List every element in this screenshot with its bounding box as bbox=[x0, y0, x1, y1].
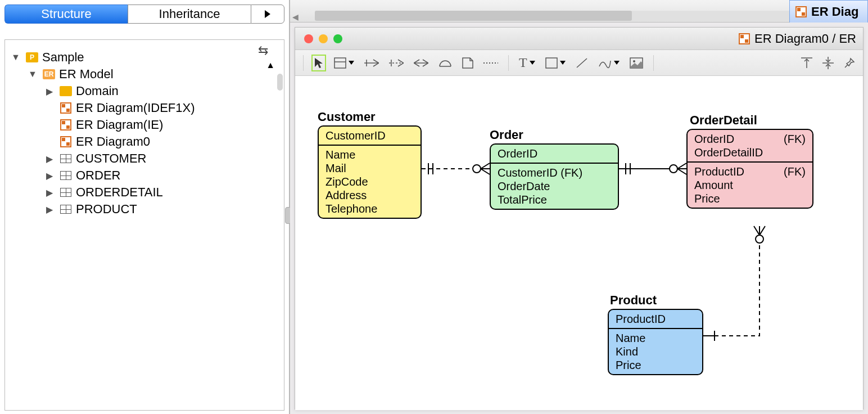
minimize-icon[interactable] bbox=[319, 34, 328, 43]
attr: Mail bbox=[326, 161, 346, 175]
tree-node-product[interactable]: ▶ PRODUCT bbox=[10, 201, 279, 218]
select-tool[interactable] bbox=[314, 57, 324, 69]
tree-view: ▼ P Sample ▼ ER ER Model ▶ Domain bbox=[5, 40, 284, 222]
caret-right-icon: ▶ bbox=[43, 154, 56, 164]
tree-label: ER Model bbox=[59, 67, 114, 82]
tree-label: ORDERDETAIL bbox=[76, 185, 163, 200]
note-tool[interactable] bbox=[462, 57, 473, 69]
pk: CustomerID bbox=[326, 129, 386, 142]
attr: Amount bbox=[694, 178, 733, 192]
svg-rect-0 bbox=[334, 58, 346, 68]
main-area: ◀ ▶ ER Diag ER Diagram0 / ER bbox=[290, 0, 868, 414]
fk-badge: (FK) bbox=[784, 165, 806, 178]
tree-node-diagram0[interactable]: ER Diagram0 bbox=[10, 133, 279, 150]
subtype-tool[interactable] bbox=[438, 58, 452, 68]
svg-point-27 bbox=[756, 235, 763, 243]
tree-node-ermodel[interactable]: ▼ ER ER Model bbox=[10, 66, 279, 83]
relation-customer-order[interactable] bbox=[422, 163, 490, 174]
sidebar: Structure Inheritance ⇆ ▲ ▼ P Sample ▼ E… bbox=[0, 0, 290, 414]
editor-tab-er-diagram[interactable]: ER Diag bbox=[789, 0, 868, 22]
attr: Kind bbox=[616, 345, 638, 358]
entity-title-orderdetail: OrderDetail bbox=[690, 113, 757, 128]
tab-structure[interactable]: Structure bbox=[4, 4, 128, 24]
tree-node-domain[interactable]: ▶ Domain bbox=[10, 83, 279, 100]
er-diagram-icon bbox=[795, 6, 807, 17]
entity-title-customer: Customer bbox=[318, 110, 376, 124]
tab-inheritance[interactable]: Inheritance bbox=[128, 4, 251, 24]
attr: ProductID bbox=[694, 165, 744, 178]
align-top-tool[interactable] bbox=[801, 57, 812, 69]
folder-icon bbox=[60, 86, 72, 96]
table-icon bbox=[60, 171, 71, 180]
diagram-toolbar: T bbox=[295, 50, 863, 76]
diagram-canvas[interactable]: Customer Order OrderDetail Product Custo… bbox=[295, 76, 863, 410]
relation-product-orderdetail[interactable] bbox=[703, 226, 771, 336]
tree-node-diagram-ie[interactable]: ER Diagram(IE) bbox=[10, 116, 279, 133]
non-identifying-relation-tool[interactable] bbox=[389, 58, 404, 68]
tree-label: ORDER bbox=[76, 168, 120, 183]
close-icon[interactable] bbox=[304, 34, 313, 43]
entity-order[interactable]: OrderID CustomerID (FK) OrderDate TotalP… bbox=[490, 143, 619, 210]
many-to-many-tool[interactable] bbox=[414, 58, 428, 68]
pin-tool[interactable] bbox=[844, 57, 855, 69]
text-tool[interactable]: T bbox=[519, 55, 535, 70]
caret-right-icon: ▶ bbox=[43, 204, 56, 215]
dropdown-icon bbox=[530, 61, 535, 65]
svg-point-25 bbox=[670, 165, 677, 173]
sidebar-scrollbar[interactable] bbox=[277, 74, 283, 91]
tree-label: CUSTOMER bbox=[76, 151, 147, 166]
line-tool[interactable] bbox=[576, 57, 588, 69]
identifying-relation-tool[interactable] bbox=[364, 58, 379, 68]
caret-down-icon: ▼ bbox=[10, 52, 22, 62]
image-tool[interactable] bbox=[630, 57, 643, 69]
pk: ProductID bbox=[616, 312, 666, 326]
window-title: ER Diagram0 / ER bbox=[739, 32, 856, 46]
entity-product[interactable]: ProductID Name Kind Price bbox=[608, 309, 703, 375]
er-model-icon: ER bbox=[43, 69, 55, 79]
pk: OrderID bbox=[694, 132, 734, 146]
attr: Address bbox=[326, 188, 367, 202]
rect-tool[interactable] bbox=[545, 57, 566, 69]
window-titlebar[interactable]: ER Diagram0 / ER bbox=[295, 28, 863, 50]
tree-node-diagram-idef1x[interactable]: ER Diagram(IDEF1X) bbox=[10, 100, 279, 116]
tree-label: Sample bbox=[42, 50, 84, 65]
sync-icon[interactable]: ⇆ bbox=[258, 43, 268, 58]
attr: ZipCode bbox=[326, 175, 368, 188]
pk: OrderID bbox=[498, 147, 537, 160]
dropdown-icon bbox=[349, 61, 354, 65]
tree-node-order[interactable]: ▶ ORDER bbox=[10, 167, 279, 184]
tree-label: ER Diagram(IE) bbox=[76, 118, 163, 132]
entity-orderdetail[interactable]: OrderID(FK) OrderDetailID ProductID(FK) … bbox=[686, 129, 813, 209]
collapse-icon[interactable]: ▲ bbox=[266, 60, 275, 70]
dropdown-icon bbox=[614, 61, 620, 65]
tree-label: ER Diagram(IDEF1X) bbox=[76, 101, 195, 115]
attr: TotalPrice bbox=[498, 193, 547, 206]
maximize-icon[interactable] bbox=[333, 34, 342, 43]
scroll-left-icon[interactable]: ◀ bbox=[290, 12, 300, 22]
er-diagram-icon bbox=[60, 119, 71, 130]
tab-scrollbar[interactable] bbox=[315, 11, 843, 21]
entity-customer[interactable]: CustomerID Name Mail ZipCode Address Tel… bbox=[318, 125, 422, 219]
freehand-tool[interactable] bbox=[598, 57, 620, 69]
line-dotted-tool[interactable] bbox=[483, 61, 498, 65]
attr: Price bbox=[694, 192, 720, 205]
dropdown-icon bbox=[560, 61, 566, 65]
entity-tool[interactable] bbox=[334, 57, 354, 69]
tree-node-orderdetail[interactable]: ▶ ORDERDETAIL bbox=[10, 184, 279, 201]
svg-line-10 bbox=[577, 58, 587, 68]
er-diagram-icon bbox=[60, 136, 71, 147]
relation-order-orderdetail[interactable] bbox=[619, 163, 686, 174]
table-icon bbox=[60, 188, 71, 197]
attr: Telephone bbox=[326, 202, 377, 215]
caret-right-icon: ▶ bbox=[43, 86, 56, 97]
tab-more[interactable] bbox=[251, 4, 284, 24]
er-diagram-icon bbox=[739, 33, 750, 44]
attr: Name bbox=[616, 331, 645, 345]
tree-node-sample[interactable]: ▼ P Sample bbox=[10, 49, 279, 66]
pk: OrderDetailID bbox=[694, 146, 763, 159]
svg-point-21 bbox=[473, 165, 481, 173]
align-bottom-tool[interactable] bbox=[822, 57, 834, 69]
tree-node-customer[interactable]: ▶ CUSTOMER bbox=[10, 150, 279, 167]
attr: Price bbox=[616, 358, 641, 372]
attr: Name bbox=[326, 148, 355, 161]
